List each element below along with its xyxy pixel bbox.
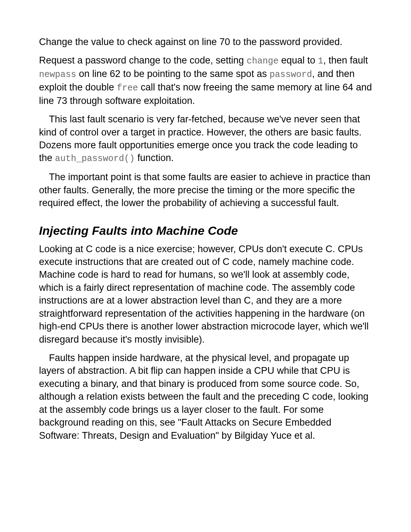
code-one: 1 — [318, 56, 323, 66]
document-page: Change the value to check against on lin… — [0, 0, 411, 462]
section-paragraph-2-text: Faults happen inside hardware, at the ph… — [39, 353, 368, 441]
p2-text-d: on line 62 to be pointing to the same sp… — [76, 68, 270, 79]
code-free: free — [117, 83, 138, 93]
paragraph-2: Request a password change to the code, s… — [39, 54, 372, 107]
paragraph-1-text: Change the value to check against on lin… — [39, 37, 343, 47]
p2-text-c: , then fault — [323, 55, 368, 66]
code-password: password — [270, 70, 312, 80]
p2-text-a: Request a password change to the code, s… — [39, 55, 246, 66]
paragraph-4-text: The important point is that some faults … — [39, 172, 370, 208]
code-newpass: newpass — [39, 70, 76, 80]
section-heading-text: Injecting Faults into Machine Code — [39, 224, 238, 237]
p3-text-b: function. — [135, 153, 174, 163]
section-paragraph-1: Looking at C code is a nice exercise; ho… — [39, 243, 372, 346]
paragraph-3: This last fault scenario is very far-fet… — [39, 113, 372, 165]
paragraph-1: Change the value to check against on lin… — [39, 35, 372, 48]
paragraph-4: The important point is that some faults … — [39, 171, 372, 209]
code-auth-password: auth_password() — [55, 154, 135, 164]
section-heading: Injecting Faults into Machine Code — [39, 224, 372, 238]
p2-text-b: equal to — [278, 55, 318, 66]
section-paragraph-2: Faults happen inside hardware, at the ph… — [39, 351, 372, 442]
section-paragraph-1-text: Looking at C code is a nice exercise; ho… — [39, 244, 369, 345]
code-change: change — [246, 56, 278, 66]
